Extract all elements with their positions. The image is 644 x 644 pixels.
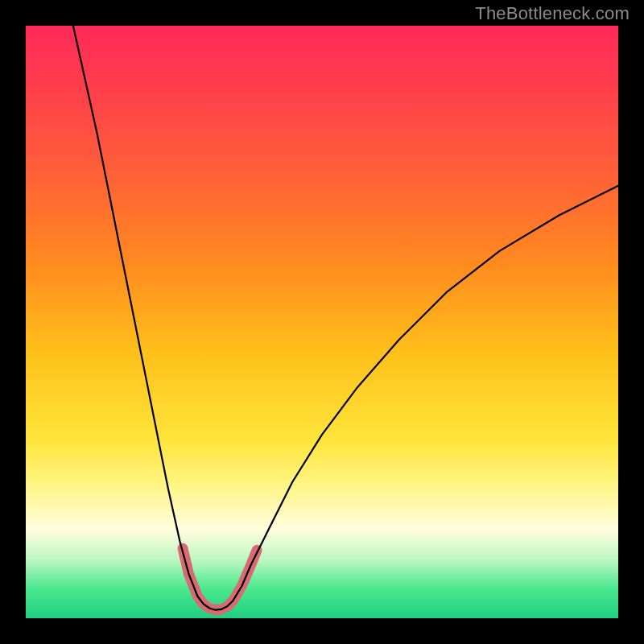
- plot-background: [26, 26, 618, 618]
- chart-frame: { "watermark": "TheBottleneck.com", "cha…: [0, 0, 644, 644]
- watermark-text: TheBottleneck.com: [475, 3, 630, 24]
- chart-svg: [0, 0, 644, 644]
